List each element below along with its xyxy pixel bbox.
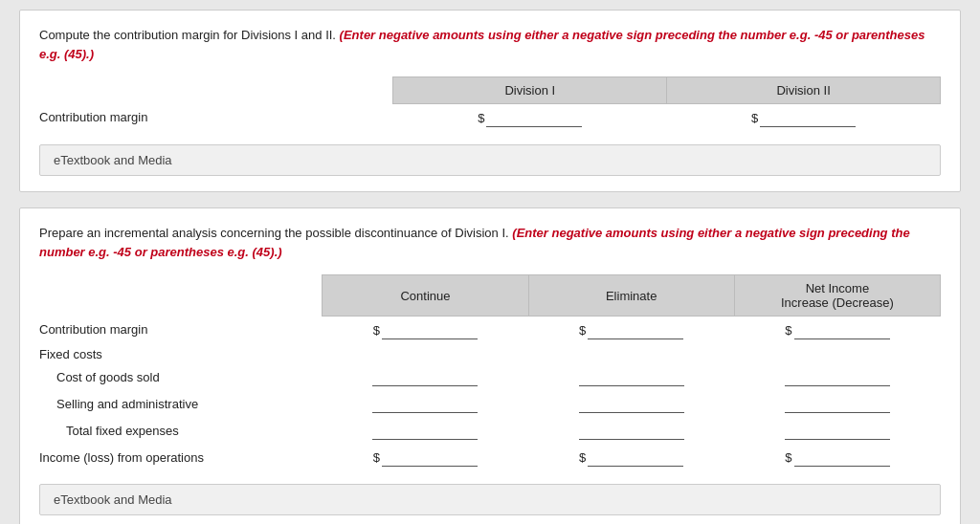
s2-eliminate-selling-wrap (534, 394, 728, 413)
s2-income-loss-label: Income (loss) from operations (39, 444, 323, 470)
s2-eliminate-totalfixed-cell (528, 417, 734, 444)
section1-col-div2-header: Division II (667, 77, 941, 104)
s2-net-income-input[interactable] (794, 448, 890, 467)
s2-net-cogs-wrap (740, 367, 934, 386)
dollar-s2-c1: $ (373, 323, 382, 338)
s2-fixed-costs-label: Fixed costs (39, 343, 323, 363)
section1-instruction: Compute the contribution margin for Divi… (39, 26, 941, 63)
s2-eliminate-contribution-cell: $ (528, 317, 734, 344)
contribution-margin-label: Contribution margin (39, 104, 393, 132)
div1-contribution-margin-wrap: $ (399, 108, 661, 127)
div1-contribution-margin-cell: $ (393, 104, 667, 132)
section2-instruction: Prepare an incremental analysis concerni… (39, 224, 941, 261)
table-row: Income (loss) from operations $ $ (39, 444, 941, 470)
s2-col-empty-header (39, 275, 323, 317)
dollar-s2-e1: $ (579, 323, 588, 338)
s2-fixed-costs-eliminate-empty (528, 343, 734, 363)
s2-net-contribution-wrap: $ (740, 320, 934, 339)
s2-net-totalfixed-cell (734, 417, 940, 444)
s2-eliminate-selling-cell (528, 390, 734, 417)
s2-continue-income-cell: $ (323, 444, 528, 470)
s2-net-income-cell: $ (734, 444, 940, 470)
page-wrapper: Compute the contribution margin for Divi… (0, 0, 980, 524)
dollar-sign-div2: $ (751, 111, 760, 125)
s2-eliminate-income-wrap: $ (534, 448, 728, 467)
s2-net-selling-wrap (740, 394, 934, 413)
s2-continue-totalfixed-cell (323, 417, 528, 444)
s2-col-eliminate-header: Eliminate (528, 275, 734, 317)
s2-eliminate-contribution-wrap: $ (534, 320, 728, 339)
s2-eliminate-income-cell: $ (528, 444, 734, 470)
s2-continue-cogs-cell (323, 363, 528, 390)
s2-continue-contribution-input[interactable] (382, 320, 478, 339)
s2-contribution-margin-label: Contribution margin (39, 317, 323, 344)
s2-col-continue-header: Continue (323, 275, 528, 317)
s2-eliminate-cogs-wrap (534, 367, 728, 386)
s2-net-selling-input[interactable] (785, 394, 890, 413)
s2-continue-income-wrap: $ (328, 448, 523, 467)
s2-continue-contribution-wrap: $ (328, 320, 523, 339)
div2-contribution-margin-input[interactable] (760, 108, 856, 127)
section1-card: Compute the contribution margin for Divi… (19, 10, 961, 192)
s2-net-contribution-cell: $ (734, 317, 940, 344)
s2-col-net-header: Net Income Increase (Decrease) (734, 275, 940, 317)
s2-continue-selling-input[interactable] (372, 394, 478, 413)
section1-col-empty-header (39, 77, 393, 104)
table-row: Fixed costs (39, 343, 941, 363)
s2-eliminate-contribution-input[interactable] (588, 320, 683, 339)
s2-cogs-label: Cost of goods sold (39, 363, 323, 390)
div1-contribution-margin-input[interactable] (486, 108, 582, 127)
s2-net-label-line2: Increase (Decrease) (781, 295, 894, 310)
table-row: Contribution margin $ $ (39, 317, 941, 344)
table-row: Cost of goods sold (39, 363, 941, 390)
s2-fixed-costs-continue-empty (323, 343, 528, 363)
s2-eliminate-totalfixed-wrap (534, 421, 728, 440)
dollar-s2-c2: $ (373, 450, 382, 465)
dollar-s2-e2: $ (579, 450, 588, 465)
section2-card: Prepare an incremental analysis concerni… (19, 207, 961, 524)
table-row: Total fixed expenses (39, 417, 941, 444)
s2-net-cogs-cell (734, 363, 940, 390)
section1-table: Division I Division II Contribution marg… (39, 76, 941, 131)
s2-total-fixed-label: Total fixed expenses (39, 417, 323, 444)
section2-instruction-plain: Prepare an incremental analysis concerni… (39, 226, 509, 240)
section1-col-div1-header: Division I (393, 77, 667, 104)
div2-contribution-margin-cell: $ (667, 104, 941, 132)
div2-contribution-margin-wrap: $ (673, 108, 935, 127)
s2-continue-totalfixed-wrap (328, 421, 523, 440)
s2-eliminate-cogs-input[interactable] (579, 367, 684, 386)
s2-continue-cogs-input[interactable] (372, 367, 478, 386)
s2-eliminate-income-input[interactable] (588, 448, 683, 467)
s2-net-label-line1: Net Income (806, 281, 869, 295)
table-row: Contribution margin $ $ (39, 104, 941, 132)
s2-selling-admin-label: Selling and administrative (39, 390, 323, 417)
s2-continue-income-input[interactable] (382, 448, 478, 467)
section1-instruction-plain: Compute the contribution margin for Divi… (39, 28, 336, 42)
dollar-s2-n2: $ (785, 450, 793, 465)
s2-eliminate-totalfixed-input[interactable] (579, 421, 684, 440)
section1-table-wrapper: Division I Division II Contribution marg… (39, 76, 941, 131)
s2-fixed-costs-net-empty (734, 343, 940, 363)
s2-net-cogs-input[interactable] (785, 367, 890, 386)
s2-net-income-wrap: $ (740, 448, 934, 467)
section2-table: Continue Eliminate Net Income Increase (… (39, 274, 941, 470)
section1-etextbook[interactable]: eTextbook and Media (39, 144, 941, 176)
s2-eliminate-cogs-cell (528, 363, 734, 390)
dollar-sign-div1: $ (478, 111, 486, 125)
s2-net-selling-cell (734, 390, 940, 417)
dollar-s2-n1: $ (785, 323, 793, 338)
s2-continue-totalfixed-input[interactable] (372, 421, 478, 440)
s2-eliminate-selling-input[interactable] (579, 394, 684, 413)
section2-etextbook[interactable]: eTextbook and Media (39, 484, 941, 515)
section2-table-wrapper: Continue Eliminate Net Income Increase (… (39, 274, 941, 470)
s2-continue-selling-wrap (328, 394, 523, 413)
s2-continue-cogs-wrap (328, 367, 523, 386)
s2-net-totalfixed-input[interactable] (785, 421, 890, 440)
table-row: Selling and administrative (39, 390, 941, 417)
s2-continue-contribution-cell: $ (323, 317, 528, 344)
s2-continue-selling-cell (323, 390, 528, 417)
s2-net-totalfixed-wrap (740, 421, 934, 440)
s2-net-contribution-input[interactable] (794, 320, 890, 339)
